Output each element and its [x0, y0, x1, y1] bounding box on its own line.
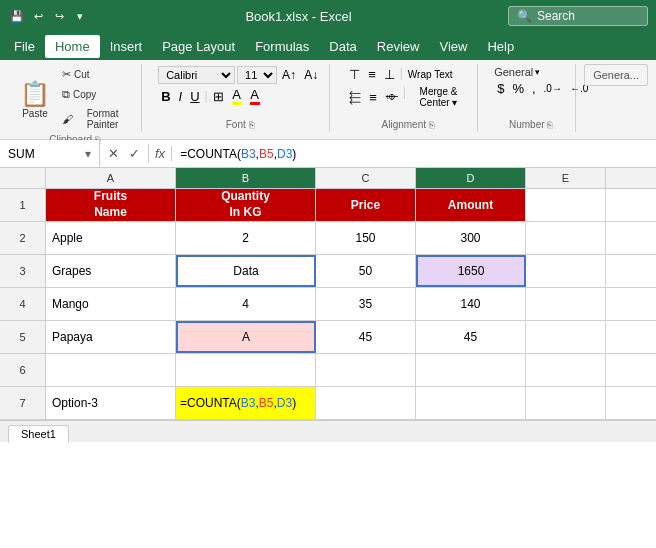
font-color-button[interactable]: A	[247, 86, 263, 106]
cell-c3[interactable]: 50	[316, 255, 416, 287]
cell-a7[interactable]: Option-3	[46, 387, 176, 419]
col-header-b[interactable]: B	[176, 168, 316, 188]
format-painter-button[interactable]: 🖌Format Painter	[58, 106, 133, 132]
formula-buttons: ✕ ✓	[100, 144, 149, 163]
cell-b6[interactable]	[176, 354, 316, 386]
menu-page-layout[interactable]: Page Layout	[152, 35, 245, 58]
italic-button[interactable]: I	[176, 88, 186, 105]
cell-c2[interactable]: 150	[316, 222, 416, 254]
formula-ref1: B3	[241, 396, 256, 410]
cell-d6[interactable]	[416, 354, 526, 386]
align-bottom-button[interactable]: ⊥	[381, 66, 398, 83]
align-top-button[interactable]: ⊤	[346, 66, 363, 83]
currency-button[interactable]: $	[494, 80, 507, 97]
cell-a6[interactable]	[46, 354, 176, 386]
paste-button[interactable]: 📋 Paste	[16, 78, 54, 121]
cell-d4[interactable]: 140	[416, 288, 526, 320]
customize-icon[interactable]: ▾	[71, 7, 89, 25]
cell-d5[interactable]: 45	[416, 321, 526, 353]
wrap-text-button[interactable]: Wrap Text	[405, 66, 456, 83]
col-header-c[interactable]: C	[316, 168, 416, 188]
formula-bar: SUM ▾ ✕ ✓ fx =COUNTA(B3,B5,D3)	[0, 140, 656, 168]
menu-file[interactable]: File	[4, 35, 45, 58]
bold-button[interactable]: B	[158, 88, 173, 105]
cut-button[interactable]: ✂Cut	[58, 66, 133, 83]
comma-button[interactable]: ,	[529, 80, 539, 97]
redo-icon[interactable]: ↪	[50, 7, 68, 25]
format-painter-icon: 🖌	[62, 113, 73, 125]
cell-e2[interactable]	[526, 222, 606, 254]
cell-c7[interactable]	[316, 387, 416, 419]
cell-b3[interactable]: Data	[176, 255, 316, 287]
font-family-select[interactable]: Calibri	[158, 66, 235, 84]
cell-a5[interactable]: Papaya	[46, 321, 176, 353]
cell-b1[interactable]: Quantity In KG	[176, 189, 316, 221]
menu-data[interactable]: Data	[319, 35, 366, 58]
increase-decimal-button[interactable]: .0→	[541, 80, 565, 97]
quick-access-toolbar[interactable]: 💾 ↩ ↪ ▾	[8, 7, 89, 25]
search-box[interactable]: 🔍 Search	[508, 6, 648, 26]
cell-e6[interactable]	[526, 354, 606, 386]
cell-a2[interactable]: Apple	[46, 222, 176, 254]
align-left-button[interactable]: ⬱	[346, 85, 364, 109]
row-num-1[interactable]: 1	[0, 189, 46, 221]
cell-d1[interactable]: Amount	[416, 189, 526, 221]
formula-ref3: D3	[277, 396, 292, 410]
cell-b4[interactable]: 4	[176, 288, 316, 320]
save-icon[interactable]: 💾	[8, 7, 26, 25]
cell-e3[interactable]	[526, 255, 606, 287]
font-group: Calibri 11 A↑ A↓ B I U | ⊞ A A Font ⎘	[150, 64, 330, 132]
menu-review[interactable]: Review	[367, 35, 430, 58]
row-num-2[interactable]: 2	[0, 222, 46, 254]
percent-button[interactable]: %	[509, 80, 527, 97]
align-right-button[interactable]: ⬲	[382, 85, 401, 109]
enter-formula-button[interactable]: ✓	[125, 144, 144, 163]
row-num-5[interactable]: 5	[0, 321, 46, 353]
increase-font-size-button[interactable]: A↑	[279, 67, 299, 83]
decrease-font-size-button[interactable]: A↓	[301, 67, 321, 83]
row-num-4[interactable]: 4	[0, 288, 46, 320]
menu-view[interactable]: View	[429, 35, 477, 58]
menu-insert[interactable]: Insert	[100, 35, 153, 58]
underline-button[interactable]: U	[187, 88, 202, 105]
name-box-dropdown-icon[interactable]: ▾	[85, 147, 91, 161]
cell-e7[interactable]	[526, 387, 606, 419]
row-num-7[interactable]: 7	[0, 387, 46, 419]
cancel-formula-button[interactable]: ✕	[104, 144, 123, 163]
row-num-3[interactable]: 3	[0, 255, 46, 287]
cell-a3[interactable]: Grapes	[46, 255, 176, 287]
undo-icon[interactable]: ↩	[29, 7, 47, 25]
cell-c5[interactable]: 45	[316, 321, 416, 353]
formula-input[interactable]: =COUNTA(B3,B5,D3)	[172, 147, 656, 161]
col-header-d[interactable]: D	[416, 168, 526, 188]
col-header-a[interactable]: A	[46, 168, 176, 188]
fill-color-button[interactable]: A	[229, 86, 245, 106]
cell-d3[interactable]: 1650	[416, 255, 526, 287]
font-size-select[interactable]: 11	[237, 66, 277, 84]
align-middle-button[interactable]: ≡	[365, 66, 379, 83]
cell-b5[interactable]: A	[176, 321, 316, 353]
menu-help[interactable]: Help	[477, 35, 524, 58]
copy-button[interactable]: ⧉Copy	[58, 86, 133, 103]
cell-c1[interactable]: Price	[316, 189, 416, 221]
cell-e5[interactable]	[526, 321, 606, 353]
cell-c4[interactable]: 35	[316, 288, 416, 320]
menu-home[interactable]: Home	[45, 35, 100, 58]
col-header-e[interactable]: E	[526, 168, 606, 188]
align-center-button[interactable]: ≡	[366, 85, 380, 109]
cell-b7[interactable]: =COUNTA(B3,B5,D3)	[176, 387, 316, 419]
sheet-tab-1[interactable]: Sheet1	[8, 425, 69, 443]
merge-center-button[interactable]: Merge & Center ▾	[408, 85, 469, 109]
cell-b2[interactable]: 2	[176, 222, 316, 254]
name-box[interactable]: SUM ▾	[0, 140, 100, 167]
cell-d2[interactable]: 300	[416, 222, 526, 254]
row-num-6[interactable]: 6	[0, 354, 46, 386]
cell-a4[interactable]: Mango	[46, 288, 176, 320]
border-button[interactable]: ⊞	[210, 88, 227, 105]
cell-a1[interactable]: Fruits Name	[46, 189, 176, 221]
menu-formulas[interactable]: Formulas	[245, 35, 319, 58]
cell-c6[interactable]	[316, 354, 416, 386]
cell-e1[interactable]	[526, 189, 606, 221]
cell-d7[interactable]	[416, 387, 526, 419]
cell-e4[interactable]	[526, 288, 606, 320]
